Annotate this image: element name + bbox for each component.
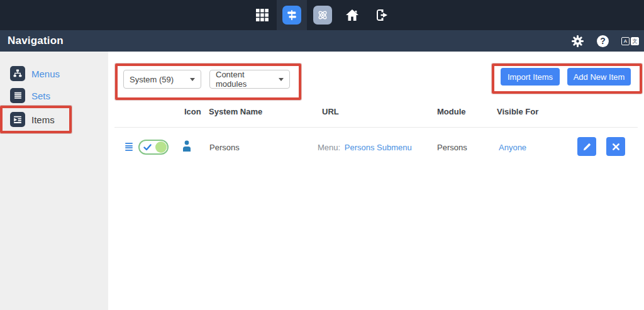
topbar [0,0,644,30]
atom-module-icon[interactable] [313,6,332,25]
sidebar-item-menus[interactable]: Menus [0,65,108,82]
cell-module: Persons [437,143,467,152]
cell-url: Menu: Persons Submenu [318,143,412,152]
sidebar-item-label: Menus [31,69,60,79]
translate-icon[interactable]: A 文 [621,37,639,45]
translate-left-glyph: A [621,37,630,45]
drag-handle-icon[interactable] [125,143,133,151]
cell-visible-for[interactable]: Anyone [499,143,526,152]
system-select-value: System (59) [130,75,174,84]
cell-system-name: Persons [209,143,240,152]
chevron-down-icon [190,78,195,81]
sitemap-icon [10,66,25,81]
sidebar: Menus Sets [0,52,108,310]
delete-button[interactable] [606,137,625,156]
col-header-url: URL [322,107,339,116]
navigation-signpost-icon[interactable] [282,6,301,25]
col-header-icon: Icon [184,107,201,116]
list-icon [10,88,25,103]
main-content: System (59) Content modules Import Items… [108,52,644,310]
translate-right-glyph: 文 [631,37,639,45]
url-prefix: Menu: [318,143,340,152]
gear-icon[interactable] [571,35,584,48]
url-link[interactable]: Persons Submenu [345,143,412,152]
apps-grid-icon[interactable] [256,9,269,21]
content-modules-select-value: Content modules [216,70,274,89]
close-icon [612,143,620,151]
chevron-down-icon [279,78,284,81]
pencil-icon [582,142,592,152]
toggle-knob [155,141,167,153]
sidebar-item-label: Sets [31,91,50,101]
import-items-button[interactable]: Import Items [501,68,560,86]
person-icon [182,140,192,155]
check-icon [143,144,152,151]
col-header-system-name: System Name [209,107,262,116]
annotation-box-items [0,106,72,133]
navbar: Navigation ? A 文 [0,30,644,52]
page-title: Navigation [8,35,64,47]
enabled-toggle[interactable] [138,140,169,155]
system-select[interactable]: System (59) [123,70,201,89]
content-modules-select[interactable]: Content modules [209,70,290,89]
logout-icon[interactable] [375,8,390,23]
col-header-module: Module [437,107,466,116]
add-new-item-button[interactable]: Add New Item [567,68,631,86]
table-header-divider [114,127,638,128]
col-header-visible-for: Visible For [497,107,538,116]
edit-button[interactable] [577,137,596,156]
sidebar-item-sets[interactable]: Sets [0,87,108,104]
home-icon[interactable] [345,8,360,23]
help-icon[interactable]: ? [597,35,609,47]
